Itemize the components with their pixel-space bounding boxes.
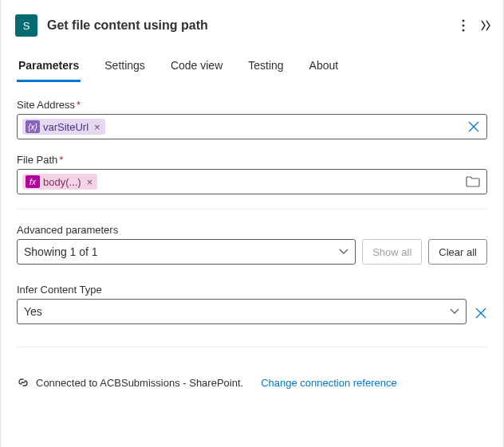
folder-picker-icon[interactable] (466, 176, 480, 187)
site-address-input[interactable]: {x} varSiteUrl × (17, 114, 487, 139)
clear-field-icon[interactable] (467, 120, 480, 133)
connected-to-text: Connected to ACBSubmissions - SharePoint… (36, 377, 243, 389)
clear-all-button[interactable]: Clear all (428, 239, 487, 265)
svg-point-0 (463, 20, 465, 22)
label-text: Site Address (17, 99, 75, 111)
sharepoint-icon: S (15, 14, 37, 37)
remove-token-icon[interactable]: × (94, 121, 100, 133)
app-icon-letter: S (23, 20, 30, 32)
divider (17, 209, 487, 210)
required-asterisk: * (59, 154, 63, 166)
file-path-label: File Path* (17, 154, 487, 166)
infer-content-type-row: Infer Content Type Yes (17, 284, 487, 324)
advanced-parameters-select[interactable]: Showing 1 of 1 (17, 239, 356, 265)
connection-footer: Connected to ACBSubmissions - SharePoint… (1, 362, 503, 403)
field-site-address: Site Address* {x} varSiteUrl × (17, 99, 487, 139)
advanced-select-value: Showing 1 of 1 (24, 245, 98, 258)
variable-badge-icon: {x} (26, 120, 40, 133)
token-text: body(...) (43, 176, 81, 188)
connection-icon (17, 376, 30, 389)
tab-settings[interactable]: Settings (103, 54, 147, 81)
infer-content-type-label: Infer Content Type (17, 284, 467, 296)
token-text: varSiteUrl (43, 121, 89, 133)
chevron-down-icon (339, 249, 348, 255)
label-text: File Path (17, 154, 57, 166)
divider (17, 347, 487, 347)
show-all-button: Show all (362, 239, 422, 265)
advanced-parameters-label: Advanced parameters (17, 224, 356, 236)
expression-token[interactable]: fx body(...) × (22, 174, 97, 190)
svg-point-2 (463, 29, 465, 32)
change-connection-link[interactable]: Change connection reference (261, 377, 397, 389)
field-file-path: File Path* fx body(...) × (17, 154, 487, 194)
infer-content-type-select[interactable]: Yes (17, 299, 467, 324)
site-address-label: Site Address* (17, 99, 487, 111)
required-asterisk: * (77, 99, 81, 111)
advanced-parameters-row: Advanced parameters Showing 1 of 1 Show … (17, 224, 487, 265)
tab-bar: Parameters Settings Code view Testing Ab… (1, 48, 503, 81)
remove-token-icon[interactable]: × (87, 176, 93, 188)
variable-token[interactable]: {x} varSiteUrl × (22, 119, 105, 135)
expression-badge-icon: fx (26, 175, 40, 188)
tab-parameters[interactable]: Parameters (17, 54, 81, 82)
collapse-panel-icon[interactable] (479, 19, 492, 32)
chevron-down-icon (450, 308, 459, 315)
svg-point-1 (463, 25, 465, 27)
more-menu-icon[interactable] (462, 19, 465, 32)
tab-testing[interactable]: Testing (246, 54, 285, 81)
file-path-input[interactable]: fx body(...) × (17, 169, 487, 194)
action-title: Get file content using path (47, 18, 462, 33)
action-header: S Get file content using path (1, 6, 503, 48)
infer-content-type-value: Yes (24, 305, 42, 318)
remove-parameter-icon[interactable] (474, 307, 487, 324)
tab-about[interactable]: About (308, 54, 341, 81)
tab-code-view[interactable]: Code view (169, 54, 224, 81)
